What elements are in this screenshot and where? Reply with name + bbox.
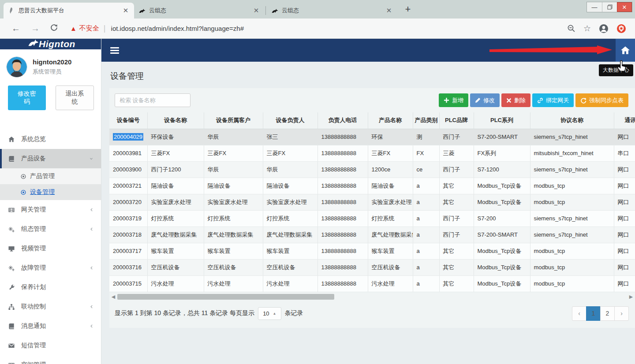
link-icon [537, 97, 543, 104]
minimize-button[interactable]: — [587, 2, 602, 12]
browser-tab[interactable]: 云组态 ✕ [134, 3, 265, 19]
table-cell: 空压机设备 [263, 259, 318, 275]
table-row[interactable]: 200003981三菱FX三菱FX三菱FX13888888888三菱FXFX三菱… [109, 145, 635, 161]
table-row[interactable]: 200003721隔油设备隔油设备隔油设备13888888888隔油设备a其它M… [109, 178, 635, 194]
sidebar-item-label: 产品设备 [21, 155, 89, 163]
security-badge[interactable]: ▲ 不安全 [70, 24, 99, 33]
change-password-button[interactable]: 修改密码 [8, 85, 46, 110]
删除-button[interactable]: 删除 [501, 93, 530, 107]
pager-page-2[interactable]: 2 [600, 306, 615, 321]
sidebar-item-网关管理[interactable]: 网关管理 [0, 200, 101, 219]
sidebar-item-产品设备[interactable]: 产品设备 [0, 149, 101, 168]
gears-icon [8, 226, 16, 233]
sidebar-item-视频管理[interactable]: 视频管理 [0, 239, 101, 258]
submenu-item-设备管理[interactable]: 设备管理 [0, 184, 101, 200]
table-cell: 隔油设备 [147, 178, 204, 194]
sidebar-item-短信管理[interactable]: 短信管理 [0, 336, 101, 355]
table-header-row: 设备编号设备名称设备所属客户设备负责人负责人电话产品名称产品类别PLC品牌PLC… [109, 112, 635, 129]
tab-close-icon[interactable]: ✕ [122, 7, 130, 15]
close-button[interactable]: ✕ [617, 2, 632, 12]
修改-button[interactable]: 修改 [470, 93, 500, 107]
forward-button[interactable]: → [31, 23, 40, 33]
scroll-left-icon[interactable]: ◀ [110, 294, 116, 300]
column-header-设备名称[interactable]: 设备名称 [147, 112, 204, 129]
new-tab-button[interactable]: + [402, 4, 414, 15]
table-cell: modbus_tcp [530, 178, 614, 194]
scrollbar-track[interactable] [116, 294, 628, 300]
sidebar: Hignton hignton2020 系统管理员 [0, 39, 101, 364]
table-cell: 隔油设备 [204, 178, 263, 194]
table-cell: 废气处理数据采集 [204, 227, 263, 243]
profile-icon[interactable] [599, 24, 609, 33]
scroll-right-icon[interactable]: ▶ [628, 294, 634, 300]
chevron-left-icon [90, 265, 94, 271]
sidebar-item-故障管理[interactable]: 故障管理 [0, 258, 101, 278]
hamburger-menu-icon[interactable] [110, 46, 119, 55]
column-header-协议名称[interactable]: 协议名称 [530, 112, 614, 129]
column-header-通讯方式[interactable]: 通讯方式 [614, 112, 635, 129]
table-cell: 三菱FX [147, 145, 204, 161]
browser-tab[interactable]: 思普云大数据平台 ✕ [4, 3, 134, 19]
browser-menu-icon[interactable] [616, 24, 626, 33]
table-cell: 空压机设备 [204, 259, 263, 275]
chevron-left-icon [90, 304, 94, 309]
table-cell: 灯控系统 [147, 210, 204, 227]
table-cell: a [413, 178, 439, 194]
table-cell: 13888888888 [318, 210, 368, 227]
table-cell: S7-200-SMART [474, 129, 530, 145]
sidebar-item-label: 系统总览 [21, 135, 94, 143]
bookmark-star-icon[interactable]: ☆ [583, 23, 591, 33]
sidebar-item-消息通知[interactable]: 消息通知 [0, 316, 101, 336]
强制同步点表-button[interactable]: 强制同步点表 [575, 93, 628, 107]
table-row[interactable]: 200003717猴车装置猴车装置猴车装置13888888888猴车装置a其它M… [109, 243, 635, 259]
table-row[interactable]: 200003718废气处理数据采集废气处理数据采集废气处理数据采集1388888… [109, 227, 635, 243]
page-size-select[interactable]: 10▲ [258, 307, 281, 320]
table-cell: 华辰 [204, 129, 263, 145]
column-header-设备编号[interactable]: 设备编号 [109, 112, 147, 129]
caret-up-icon: ▲ [273, 312, 276, 316]
back-button[interactable]: ← [11, 23, 20, 33]
zoom-out-icon[interactable] [567, 24, 575, 33]
column-header-产品类别[interactable]: 产品类别 [413, 112, 439, 129]
column-header-设备所属客户[interactable]: 设备所属客户 [204, 112, 263, 129]
main-area: 大数据中心 设备管理 新增修改删除绑定网关强制同步点表 设备编号设备名称设备所属… [101, 39, 635, 364]
table-row[interactable]: 200004029环保设备华辰张三13888888888环保测西门子S7-200… [109, 129, 635, 145]
新增-button[interactable]: 新增 [439, 93, 468, 107]
column-header-产品名称[interactable]: 产品名称 [368, 112, 413, 129]
column-header-设备负责人[interactable]: 设备负责人 [263, 112, 318, 129]
table-row[interactable]: 200003719灯控系统灯控系统灯控系统13888888888灯控系统a西门子… [109, 210, 635, 227]
tab-close-icon[interactable]: ✕ [385, 7, 393, 15]
browser-tab[interactable]: 云组态 ✕ [267, 3, 397, 19]
logout-button[interactable]: 退出系统 [56, 85, 94, 110]
url-text[interactable]: iot.idosp.net/admin/index.html?language=… [111, 25, 567, 32]
table-row[interactable]: 200003720实验室废水处理实验室废水处理实验室废水处理1388888888… [109, 194, 635, 210]
submenu-item-产品管理[interactable]: 产品管理 [0, 168, 101, 184]
table-cell: 其它 [439, 178, 474, 194]
绑定网关-button[interactable]: 绑定网关 [532, 93, 574, 107]
tab-close-icon[interactable]: ✕ [252, 7, 260, 15]
scrollbar-thumb[interactable] [117, 294, 334, 300]
reload-button[interactable] [50, 23, 58, 33]
column-header-PLC品牌[interactable]: PLC品牌 [439, 112, 474, 129]
table-row[interactable]: 200003715污水处理污水处理污水处理13888888888污水处理a其它M… [109, 275, 635, 292]
column-header-PLC系列[interactable]: PLC系列 [474, 112, 530, 129]
pager-next-button[interactable]: › [614, 306, 629, 321]
table-cell: 其它 [439, 194, 474, 210]
search-input[interactable] [115, 93, 190, 107]
table-row[interactable]: 200003716空压机设备空压机设备空压机设备13888888888空压机设备… [109, 259, 635, 275]
sidebar-item-系统总览[interactable]: 系统总览 [0, 130, 101, 149]
sidebar-item-空间管理[interactable]: 空间管理 [0, 355, 101, 364]
bigdata-home-button[interactable] [616, 39, 635, 62]
sitemap-icon [8, 303, 16, 310]
column-header-负责人电话[interactable]: 负责人电话 [318, 112, 368, 129]
table-cell: Modbus_Tcp设备 [474, 275, 530, 292]
restore-button[interactable] [602, 2, 617, 12]
pager-prev-button[interactable]: ‹ [572, 306, 586, 321]
sidebar-item-联动控制[interactable]: 联动控制 [0, 297, 101, 316]
sidebar-item-组态管理[interactable]: 组态管理 [0, 219, 101, 239]
pager-page-1[interactable]: 1 [586, 306, 601, 321]
table-cell: 废气处理数据采集 [263, 227, 318, 243]
table-cell: 200003715 [109, 275, 147, 292]
sidebar-item-保养计划[interactable]: 保养计划 [0, 278, 101, 297]
table-row[interactable]: 200003900西门子1200华辰华辰138888888881200cece西… [109, 161, 635, 178]
